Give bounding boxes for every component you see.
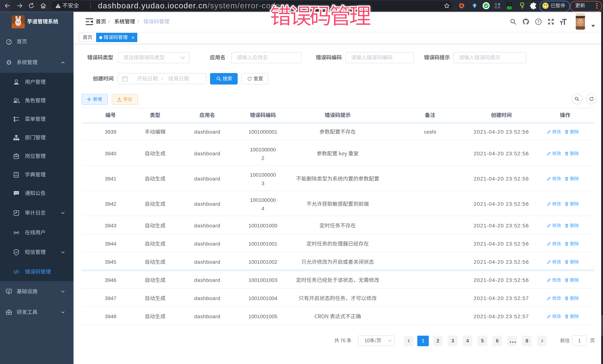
- svg-text:?: ?: [537, 20, 540, 24]
- svg-text:on: on: [508, 7, 510, 9]
